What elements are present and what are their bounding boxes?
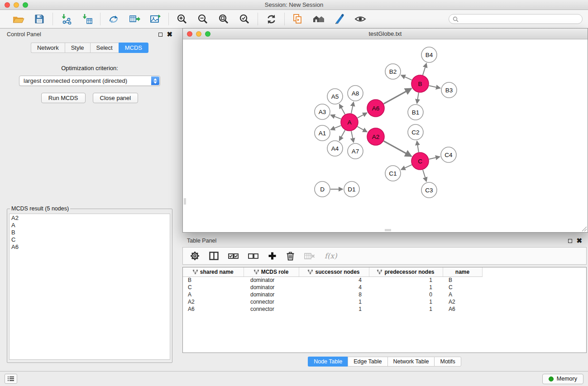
table-cell[interactable]: 1 — [369, 284, 443, 291]
search-input[interactable] — [461, 16, 578, 22]
table-cell[interactable]: 4 — [299, 276, 369, 284]
graph-node-A7[interactable]: A7 — [348, 143, 363, 159]
function-builder-button[interactable]: f(x) — [325, 252, 337, 260]
table-cell[interactable]: A2 — [443, 298, 482, 305]
graph-node-C[interactable]: C — [411, 152, 429, 170]
table-cell[interactable]: B — [443, 276, 482, 284]
column-header-mcds-role[interactable]: MCDS role — [244, 267, 299, 276]
annotate-button[interactable] — [332, 12, 347, 26]
resize-handle-icon[interactable] — [582, 226, 587, 232]
graph-node-A8[interactable]: A8 — [348, 86, 363, 101]
tab-mcds[interactable]: MCDS — [119, 43, 148, 53]
vertical-scroll-hint[interactable] — [184, 198, 186, 205]
table-cell[interactable]: A2 — [183, 298, 244, 305]
export-table-button[interactable] — [127, 12, 142, 26]
table-cell[interactable]: 1 — [369, 276, 443, 284]
open-file-button[interactable] — [11, 12, 26, 26]
graph-edge-B-B2[interactable] — [401, 75, 412, 80]
graph-edge-A-A4[interactable] — [339, 130, 345, 141]
zoom-selected-button[interactable] — [237, 12, 252, 26]
table-cell[interactable]: C — [183, 284, 244, 291]
table-cell[interactable]: C — [443, 284, 482, 291]
graph-edge-B-B3[interactable] — [429, 86, 440, 88]
graph-node-B1[interactable]: B1 — [408, 105, 423, 120]
run-mcds-button[interactable]: Run MCDS — [41, 93, 86, 103]
node-table-container[interactable]: shared name MCDS role successor nodes — [182, 267, 587, 353]
table-cell[interactable]: dominator — [244, 284, 299, 291]
table-cell[interactable]: 8 — [299, 291, 369, 298]
network-close-button[interactable] — [187, 31, 192, 37]
graph-edge-A-A3[interactable] — [331, 115, 341, 119]
graph-node-C3[interactable]: C3 — [421, 182, 437, 198]
import-table-file-button[interactable] — [80, 12, 94, 26]
tab-network-table[interactable]: Network Table — [387, 357, 435, 367]
table-cell[interactable]: dominator — [244, 291, 299, 298]
column-header-name[interactable]: name — [443, 267, 482, 276]
mcds-result-list[interactable]: A2ABCA6 — [9, 214, 170, 360]
column-header-predecessor-nodes[interactable]: predecessor nodes — [369, 267, 443, 276]
search-box[interactable] — [449, 14, 583, 24]
result-item[interactable]: C — [11, 236, 168, 243]
float-table-panel-icon[interactable] — [568, 239, 572, 243]
open-session-page-button[interactable] — [291, 12, 305, 26]
tab-node-table[interactable]: Node Table — [308, 357, 348, 367]
table-row[interactable]: Bdominator41B — [183, 276, 482, 284]
graph-edge-C-C3[interactable] — [423, 170, 426, 181]
task-history-button[interactable] — [5, 374, 17, 384]
table-cell[interactable]: A — [443, 291, 482, 298]
table-cell[interactable]: 1 — [369, 298, 443, 305]
table-cell[interactable]: 0 — [369, 291, 443, 298]
network-window-titlebar[interactable]: testGlobe.txt — [183, 29, 588, 39]
graph-node-C1[interactable]: C1 — [385, 166, 401, 181]
close-panel-button[interactable]: Close panel — [93, 93, 139, 103]
graph-edge-A-A8[interactable] — [351, 102, 354, 114]
network-minimize-button[interactable] — [196, 31, 201, 37]
close-table-panel-icon[interactable]: ✖ — [576, 238, 582, 243]
graph-edge-A-A7[interactable] — [351, 131, 354, 143]
deselect-all-button[interactable] — [248, 253, 258, 259]
table-cell[interactable]: dominator — [244, 276, 299, 284]
zoom-window-button[interactable] — [23, 2, 28, 8]
result-item[interactable]: A — [11, 222, 168, 229]
graph-node-A[interactable]: A — [341, 114, 358, 131]
close-panel-icon[interactable]: ✖ — [167, 32, 172, 37]
graph-edge-C-C4[interactable] — [429, 157, 440, 159]
delete-column-button[interactable] — [286, 251, 295, 261]
tab-select[interactable]: Select — [90, 43, 119, 53]
zoom-in-button[interactable] — [175, 12, 189, 26]
graph-node-A5[interactable]: A5 — [327, 89, 343, 104]
table-cell[interactable]: A6 — [443, 305, 482, 313]
network-canvas[interactable]: B4B2BB3A5A8A6B1A3AC2A1A2A4A7C4CC1C3DD1 — [184, 40, 587, 231]
graph-edge-A-A1[interactable] — [331, 125, 341, 129]
select-all-button[interactable] — [228, 253, 239, 259]
graph-edge-B-B4[interactable] — [423, 63, 426, 75]
table-row[interactable]: Adominator80A — [183, 291, 482, 298]
save-session-button[interactable] — [32, 12, 47, 26]
show-columns-button[interactable] — [209, 252, 219, 260]
table-cell[interactable]: 1 — [299, 298, 369, 305]
graph-node-D1[interactable]: D1 — [344, 181, 359, 197]
table-row[interactable]: Cdominator41C — [183, 284, 482, 291]
graph-edge-A-A5[interactable] — [339, 104, 345, 114]
network-zoom-button[interactable] — [205, 31, 210, 37]
column-header-shared-name[interactable]: shared name — [183, 267, 244, 276]
table-cell[interactable]: 1 — [369, 305, 443, 313]
table-cell[interactable]: 4 — [299, 284, 369, 291]
horizontal-scroll-hint[interactable] — [385, 229, 391, 231]
zoom-out-button[interactable] — [196, 12, 210, 26]
table-row[interactable]: A2connector11A2 — [183, 298, 482, 305]
clear-table-button[interactable] — [304, 253, 315, 260]
table-cell[interactable]: A6 — [183, 305, 244, 313]
result-item[interactable]: A6 — [11, 243, 168, 251]
refresh-button[interactable] — [264, 12, 278, 26]
tab-network[interactable]: Network — [31, 43, 65, 53]
graph-edge-C-C2[interactable] — [417, 141, 419, 152]
close-window-button[interactable] — [5, 2, 10, 8]
graph-edge-A2-C[interactable] — [384, 141, 411, 157]
add-column-button[interactable] — [268, 252, 277, 260]
graph-node-A2[interactable]: A2 — [367, 128, 384, 145]
export-image-button[interactable] — [148, 12, 163, 26]
graph-node-A1[interactable]: A1 — [315, 125, 330, 141]
table-settings-button[interactable] — [190, 251, 200, 261]
result-item[interactable]: B — [11, 229, 168, 236]
